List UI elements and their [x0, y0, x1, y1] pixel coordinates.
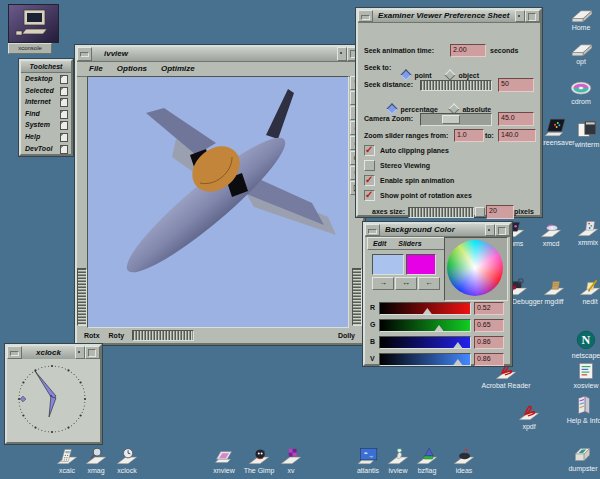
- slider-thumb[interactable]: [453, 342, 462, 348]
- slider-thumb[interactable]: [442, 115, 460, 124]
- toolchest-item-find[interactable]: Find: [21, 108, 71, 120]
- window-minimize-button[interactable]: [515, 10, 525, 22]
- desktop-icon-opt[interactable]: opt: [551, 36, 600, 65]
- color-value-field-g[interactable]: 0.65: [474, 319, 504, 332]
- color-value-field-v[interactable]: 0.86: [474, 353, 504, 366]
- color-wheel[interactable]: [447, 240, 503, 296]
- window-maximize-button[interactable]: [495, 224, 510, 236]
- cd-disc-icon: [568, 76, 594, 98]
- window-minimize-button[interactable]: [337, 47, 347, 61]
- current-color-swatch[interactable]: [372, 254, 404, 275]
- window-menu-button[interactable]: [7, 346, 22, 359]
- computer-console-icon: [9, 5, 58, 42]
- slider-thumb[interactable]: [453, 359, 462, 365]
- menu-edit[interactable]: Edit: [373, 238, 386, 249]
- checkbox-enable-spin-animation[interactable]: [364, 175, 375, 186]
- window-maximize-button[interactable]: [85, 346, 100, 359]
- color-slider-b[interactable]: [379, 336, 471, 349]
- desktop-icon-label: nedit: [560, 298, 600, 305]
- color-value-field-b[interactable]: 0.86: [474, 336, 504, 349]
- rotx-thumbwheel[interactable]: [77, 268, 87, 326]
- hour-hand: [49, 395, 56, 417]
- seek-time-field[interactable]: 2.00: [450, 44, 486, 57]
- checkbox-auto-clipping-planes[interactable]: [364, 145, 375, 156]
- axes-size-reset-button[interactable]: [475, 207, 485, 217]
- stored-color-swatch[interactable]: [406, 254, 436, 275]
- window-menu-button[interactable]: [365, 224, 380, 236]
- color-slider-g[interactable]: [379, 319, 471, 332]
- ivview-window: ivview File Options Optimize: [75, 45, 365, 345]
- color-slider-v[interactable]: [379, 353, 471, 366]
- dumpster-icon: [570, 443, 596, 465]
- desktop-icon-winterm[interactable]: winterm: [557, 119, 600, 148]
- desktop-icon-home[interactable]: Home: [551, 2, 600, 31]
- ivview-menubar: File Options Optimize: [77, 62, 363, 77]
- ivview-titlebar[interactable]: ivview: [77, 47, 363, 62]
- window-minimize-button[interactable]: [485, 224, 495, 236]
- checkbox-show-point-of-rotation-axes[interactable]: [364, 190, 375, 201]
- toolchest-item-help[interactable]: Help: [21, 131, 71, 143]
- zoom-to-field[interactable]: 140.0: [498, 129, 536, 142]
- camera-zoom-field[interactable]: 45.0: [498, 112, 534, 126]
- desktop-icon-xmmix[interactable]: xmmix: [558, 217, 600, 246]
- camera-zoom-label: Camera Zoom:: [364, 115, 413, 122]
- copy-right-button[interactable]: →: [372, 277, 394, 290]
- toolchest-item-selected[interactable]: Selected: [21, 85, 71, 97]
- seek-distance-field[interactable]: 50: [498, 78, 534, 92]
- toolchest-title[interactable]: Toolchest: [21, 61, 71, 73]
- xclock-titlebar[interactable]: xclock: [7, 346, 100, 360]
- toolchest-item-devtool[interactable]: DevTool: [21, 143, 71, 155]
- desktop-icon-xpdf[interactable]: xpdf: [499, 401, 559, 430]
- axes-size-thumbwheel[interactable]: [408, 207, 474, 218]
- roty-thumbwheel[interactable]: [132, 330, 194, 341]
- xconsole-minimized-window[interactable]: xconsole: [8, 4, 59, 54]
- window-minimize-button[interactable]: [75, 346, 85, 359]
- desktop-icon-netscape[interactable]: Nnetscape: [556, 330, 600, 359]
- absolute-label: absolute: [462, 106, 491, 113]
- swap-button[interactable]: ↔: [395, 277, 417, 290]
- window-title: Examiner Viewer Preference Sheet: [373, 10, 515, 22]
- toolchest-item-system[interactable]: System: [21, 119, 71, 131]
- menu-file[interactable]: File: [89, 62, 103, 76]
- desktop-icon-xclock[interactable]: xclock: [97, 445, 157, 474]
- ivview-3d-viewport[interactable]: [87, 76, 349, 328]
- seek-distance-thumbwheel[interactable]: [420, 80, 492, 91]
- roty-label: Roty: [109, 332, 125, 339]
- window-menu-button[interactable]: [77, 47, 92, 61]
- books-tower-icon: [571, 395, 597, 417]
- desktop-icon-label: cdrom: [551, 98, 600, 105]
- folder-icon: [568, 2, 594, 24]
- xconsole-icon-image[interactable]: [8, 4, 59, 43]
- bgcolor-titlebar[interactable]: Background Color: [365, 224, 510, 237]
- desktop-icon-dumpster[interactable]: dumpster: [553, 443, 600, 472]
- submenu-icon: [60, 145, 68, 154]
- window-title: xclock: [22, 346, 75, 359]
- copy-left-button[interactable]: ←: [418, 277, 440, 290]
- axes-size-field[interactable]: 20: [486, 205, 514, 219]
- toolchest-item-internet[interactable]: Internet: [21, 96, 71, 108]
- window-maximize-button[interactable]: [525, 10, 540, 22]
- menu-optimize[interactable]: Optimize: [161, 62, 195, 76]
- svg-text:N: N: [582, 333, 591, 347]
- window-menu-button[interactable]: [358, 10, 373, 22]
- slider-thumb[interactable]: [423, 308, 432, 314]
- desktop-icon-nedit[interactable]: nedit: [560, 276, 600, 305]
- menu-options[interactable]: Options: [117, 62, 147, 76]
- camera-zoom-slider[interactable]: [420, 113, 492, 126]
- desktop-icon-xosview[interactable]: xosview: [556, 360, 600, 389]
- desktop-icon-help-info[interactable]: Help & Info: [554, 395, 600, 424]
- terminal-icon: [574, 119, 600, 141]
- color-slider-r[interactable]: [379, 302, 471, 315]
- window-title: ivview: [92, 47, 337, 61]
- desktop-icon-cdrom[interactable]: cdrom: [551, 76, 600, 105]
- menu-sliders[interactable]: Sliders: [398, 238, 421, 249]
- checkbox-stereo-viewing[interactable]: [364, 160, 375, 171]
- bgcolor-menubar: Edit Sliders: [367, 237, 448, 250]
- zoom-from-field[interactable]: 1.0: [454, 129, 484, 142]
- dolly-thumbwheel[interactable]: [352, 268, 362, 326]
- toolchest-item-desktop[interactable]: Desktop: [21, 73, 71, 85]
- color-value-field-r[interactable]: 0.52: [474, 302, 504, 315]
- desktop-icon-ideas[interactable]: ideas: [434, 445, 494, 474]
- slider-thumb[interactable]: [434, 325, 443, 331]
- desktop-icon-xv[interactable]: xv: [261, 445, 321, 474]
